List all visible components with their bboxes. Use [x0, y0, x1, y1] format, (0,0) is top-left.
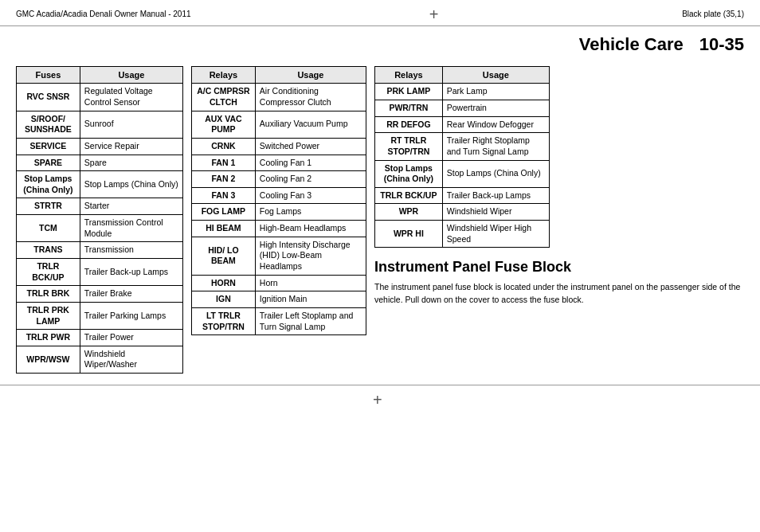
table-row: FOG LAMPFog Lamps — [192, 204, 366, 221]
table-row: IGNIgnition Main — [192, 291, 366, 308]
table-row: Stop Lamps (China Only)Stop Lamps (China… — [375, 160, 550, 187]
table-row: TRANSTransmission — [17, 242, 183, 259]
relays2-table: Relays Usage PRK LAMPPark LampPWR/TRNPow… — [374, 66, 550, 248]
fuses-table: Fuses Usage RVC SNSRRegulated Voltage Co… — [16, 66, 183, 374]
page-title-area: Vehicle Care 10-35 — [0, 26, 760, 58]
instrument-panel-section: Instrument Panel Fuse Block The instrume… — [374, 259, 744, 306]
relays1-col-header: Relays — [192, 67, 256, 84]
relays1-usage-header: Usage — [255, 67, 366, 84]
table-row: Stop Lamps (China Only)Stop Lamps (China… — [17, 171, 183, 198]
table-row: RT TRLR STOP/TRNTrailer Right Stoplamp a… — [375, 133, 550, 160]
table-row: FAN 3Cooling Fan 3 — [192, 187, 366, 204]
page-number: 10-35 — [699, 34, 744, 55]
table-row: RR DEFOGRear Window Defogger — [375, 116, 550, 133]
header-left: GMC Acadia/Acadia Denali Owner Manual - … — [16, 10, 191, 18]
relays2-col-header: Relays — [375, 67, 443, 84]
relays2-usage-header: Usage — [442, 67, 549, 84]
table-row: AUX VAC PUMPAuxiliary Vacuum Pump — [192, 111, 366, 138]
instrument-panel-title: Instrument Panel Fuse Block — [374, 259, 744, 276]
table-row: LT TRLR STOP/TRNTrailer Left Stoplamp an… — [192, 307, 366, 334]
page-header: GMC Acadia/Acadia Denali Owner Manual - … — [0, 0, 760, 26]
relays1-section: Relays Usage A/C CMPRSR CLTCHAir Conditi… — [191, 66, 366, 374]
table-row: TRLR BCK/UPTrailer Back-up Lamps — [17, 258, 183, 285]
table-row: TRLR PRK LAMPTrailer Parking Lamps — [17, 302, 183, 329]
table-row: TRLR PWRTrailer Power — [17, 330, 183, 346]
page-footer — [0, 385, 760, 409]
instrument-panel-body: The instrument panel fuse block is locat… — [374, 281, 744, 307]
crosshair-bottom — [373, 392, 387, 406]
table-row: WPR HIWindshield Wiper High Speed — [375, 221, 550, 248]
table-row: FAN 2Cooling Fan 2 — [192, 171, 366, 188]
table-row: FAN 1Cooling Fan 1 — [192, 155, 366, 171]
table-row: STRTRStarter — [17, 198, 183, 215]
fuses-col-header: Fuses — [17, 67, 80, 84]
header-right: Black plate (35,1) — [682, 10, 744, 18]
table-row: WPRWindshield Wiper — [375, 204, 550, 221]
table-row: S/ROOF/ SUNSHADESunroof — [17, 111, 183, 138]
main-content: Fuses Usage RVC SNSRRegulated Voltage Co… — [0, 58, 760, 381]
fuses-section: Fuses Usage RVC SNSRRegulated Voltage Co… — [16, 66, 183, 374]
table-row: HORNHorn — [192, 275, 366, 291]
table-row: PRK LAMPPark Lamp — [375, 84, 550, 100]
table-row: SERVICEService Repair — [17, 138, 183, 155]
table-row: WPR/WSWWindshield Wiper/Washer — [17, 346, 183, 373]
crosshair-top — [429, 6, 444, 21]
table-row: RVC SNSRRegulated Voltage Control Sensor — [17, 84, 183, 111]
table-row: HI BEAMHigh-Beam Headlamps — [192, 221, 366, 237]
relays1-table: Relays Usage A/C CMPRSR CLTCHAir Conditi… — [191, 66, 366, 335]
right-section: Relays Usage PRK LAMPPark LampPWR/TRNPow… — [374, 66, 744, 374]
table-row: TRLR BCK/UPTrailer Back-up Lamps — [375, 187, 550, 204]
header-center — [429, 6, 444, 21]
table-row: SPARESpare — [17, 155, 183, 171]
table-row: HID/ LO BEAMHigh Intensity Discharge (HI… — [192, 237, 366, 275]
table-row: TRLR BRKTrailer Brake — [17, 286, 183, 303]
fuses-usage-header: Usage — [80, 67, 182, 84]
page-title: Vehicle Care — [579, 34, 684, 55]
table-row: A/C CMPRSR CLTCHAir Conditioning Compres… — [192, 84, 366, 111]
table-row: PWR/TRNPowertrain — [375, 100, 550, 116]
table-row: TCMTransmission Control Module — [17, 215, 183, 242]
table-row: CRNKSwitched Power — [192, 138, 366, 155]
